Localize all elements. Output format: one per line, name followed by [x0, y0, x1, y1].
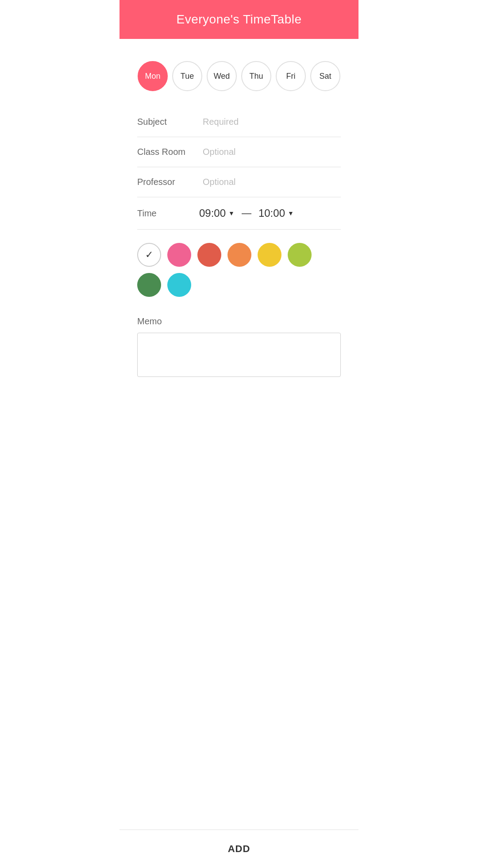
classroom-row: Class Room	[137, 137, 341, 167]
time-row: Time 09:00 ▼ — 10:00 ▼	[137, 197, 341, 230]
color-circle-orange[interactable]	[227, 243, 251, 267]
color-selector: ✓	[137, 230, 341, 307]
memo-input[interactable]	[137, 333, 341, 377]
color-circle-lime[interactable]	[288, 243, 312, 267]
color-circle-green[interactable]	[137, 273, 161, 297]
app-title: Everyone's TimeTable	[176, 12, 301, 26]
time-end-wrapper[interactable]: 10:00 ▼	[258, 207, 294, 219]
professor-label: Professor	[137, 177, 199, 187]
time-label: Time	[137, 208, 199, 219]
day-btn-fri[interactable]: Fri	[276, 61, 306, 91]
subject-label: Subject	[137, 117, 199, 127]
day-btn-sat[interactable]: Sat	[310, 61, 340, 91]
subject-input[interactable]	[199, 117, 341, 127]
footer: ADD	[120, 830, 358, 868]
time-start-value: 09:00	[199, 207, 226, 219]
professor-row: Professor	[137, 167, 341, 197]
professor-input[interactable]	[199, 177, 341, 187]
memo-section: Memo	[137, 307, 341, 392]
add-button[interactable]: ADD	[120, 830, 358, 868]
app-header: Everyone's TimeTable	[120, 0, 358, 39]
time-controls: 09:00 ▼ — 10:00 ▼	[199, 207, 341, 219]
time-end-value: 10:00	[258, 207, 285, 219]
classroom-input[interactable]	[199, 147, 341, 157]
checkmark-icon: ✓	[145, 249, 153, 261]
main-content: MonTueWedThuFriSat Subject Class Room Pr…	[120, 39, 358, 830]
day-btn-tue[interactable]: Tue	[172, 61, 202, 91]
color-circle-cyan[interactable]	[167, 273, 191, 297]
day-btn-thu[interactable]: Thu	[241, 61, 271, 91]
time-separator: —	[242, 207, 251, 219]
color-circle-none[interactable]: ✓	[137, 243, 161, 267]
day-selector: MonTueWedThuFriSat	[137, 61, 341, 91]
time-start-dropdown-icon: ▼	[228, 210, 235, 217]
form-section: Subject Class Room Professor Time 09:00 …	[137, 107, 341, 392]
classroom-label: Class Room	[137, 147, 199, 157]
color-circle-red[interactable]	[197, 243, 221, 267]
subject-row: Subject	[137, 107, 341, 137]
color-circle-pink[interactable]	[167, 243, 191, 267]
time-end-dropdown-icon: ▼	[288, 210, 294, 217]
color-circle-yellow[interactable]	[258, 243, 281, 267]
memo-label: Memo	[137, 316, 341, 326]
day-btn-mon[interactable]: Mon	[138, 61, 168, 91]
day-btn-wed[interactable]: Wed	[207, 61, 237, 91]
time-start-wrapper[interactable]: 09:00 ▼	[199, 207, 235, 219]
